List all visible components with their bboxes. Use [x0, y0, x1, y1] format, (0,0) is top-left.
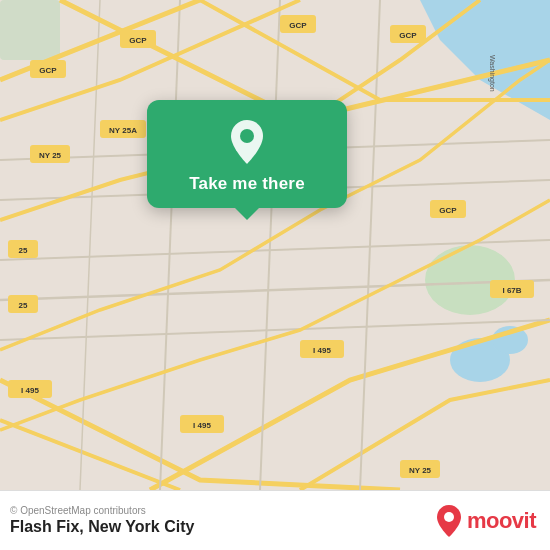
map-attribution: © OpenStreetMap contributors	[10, 505, 194, 516]
svg-text:GCP: GCP	[399, 31, 417, 40]
svg-point-34	[240, 129, 254, 143]
svg-rect-4	[0, 0, 60, 60]
svg-text:I 495: I 495	[313, 346, 331, 355]
map-view: GCP GCP GCP GCP GCP I 67B 25 NY 25 NY 25…	[0, 0, 550, 490]
svg-text:GCP: GCP	[39, 66, 57, 75]
svg-text:25: 25	[19, 246, 28, 255]
svg-text:25: 25	[19, 301, 28, 310]
svg-text:NY 25: NY 25	[39, 151, 62, 160]
location-popup[interactable]: Take me there	[147, 100, 347, 208]
svg-text:GCP: GCP	[439, 206, 457, 215]
popup-label: Take me there	[189, 174, 305, 194]
svg-text:I 495: I 495	[193, 421, 211, 430]
bottom-bar: © OpenStreetMap contributors Flash Fix, …	[0, 490, 550, 550]
pin-icon	[223, 118, 271, 166]
svg-text:I 495: I 495	[21, 386, 39, 395]
svg-point-35	[444, 512, 454, 522]
svg-text:GCP: GCP	[289, 21, 307, 30]
location-name: Flash Fix, New York City	[10, 518, 194, 536]
svg-text:Washington: Washington	[488, 55, 496, 92]
svg-text:NY 25A: NY 25A	[109, 126, 137, 135]
svg-text:I 67B: I 67B	[502, 286, 521, 295]
svg-text:NY 25: NY 25	[409, 466, 432, 475]
moovit-logo: moovit	[435, 504, 536, 538]
moovit-label: moovit	[467, 508, 536, 534]
moovit-pin-icon	[435, 504, 463, 538]
svg-text:GCP: GCP	[129, 36, 147, 45]
bottom-left-info: © OpenStreetMap contributors Flash Fix, …	[10, 505, 194, 536]
